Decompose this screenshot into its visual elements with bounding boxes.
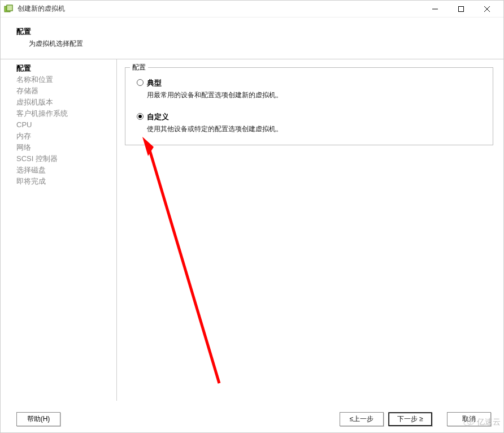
step-configuration[interactable]: 配置 [16, 63, 116, 74]
window-title: 创建新的虚拟机 [18, 4, 422, 14]
close-button[interactable] [474, 1, 500, 18]
next-button[interactable]: 下一步 ≥ [388, 412, 432, 426]
radio-typical[interactable]: 典型 [137, 78, 484, 88]
cancel-button[interactable]: 取消 [447, 412, 491, 426]
page-subtitle: 为虚拟机选择配置 [16, 39, 503, 49]
step-name-location[interactable]: 名称和位置 [16, 74, 116, 85]
radio-custom-desc: 使用其他设备或特定的配置选项创建虚拟机。 [137, 124, 484, 133]
radio-typical-label: 典型 [147, 78, 162, 88]
page-title: 配置 [16, 27, 503, 37]
step-scsi-controller[interactable]: SCSI 控制器 [16, 153, 116, 164]
svg-rect-2 [7, 5, 12, 11]
radio-typical-input[interactable] [137, 79, 144, 86]
radio-custom-input[interactable] [137, 113, 144, 120]
configuration-fieldset: 配置 典型 用最常用的设备和配置选项创建新的虚拟机。 自定义 使用其他设备或特定… [125, 67, 493, 145]
back-button[interactable]: ≤上一步 [340, 412, 384, 426]
step-vm-version[interactable]: 虚拟机版本 [16, 97, 116, 108]
vm-wizard-window: 创建新的虚拟机 配置 为虚拟机选择配置 配置 名称和位置 存储器 虚拟机版本 客… [0, 0, 504, 433]
wizard-header: 配置 为虚拟机选择配置 [1, 18, 503, 59]
window-controls [422, 1, 500, 18]
app-icon [4, 5, 13, 14]
step-storage[interactable]: 存储器 [16, 85, 116, 97]
titlebar: 创建新的虚拟机 [1, 1, 503, 18]
step-ready-complete[interactable]: 即将完成 [16, 176, 116, 187]
maximize-button[interactable] [448, 1, 474, 18]
step-guest-os[interactable]: 客户机操作系统 [16, 108, 116, 119]
step-cpu[interactable]: CPU [16, 119, 116, 131]
step-memory[interactable]: 内存 [16, 131, 116, 142]
wizard-body: 配置 名称和位置 存储器 虚拟机版本 客户机操作系统 CPU 内存 网络 SCS… [1, 59, 503, 401]
radio-custom-label: 自定义 [147, 112, 169, 122]
step-select-disk[interactable]: 选择磁盘 [16, 164, 116, 176]
svg-rect-4 [459, 6, 464, 11]
fieldset-legend: 配置 [130, 63, 148, 72]
wizard-footer: 帮助(H) ≤上一步 下一步 ≥ 取消 [1, 401, 503, 432]
radio-custom[interactable]: 自定义 [137, 112, 484, 122]
wizard-steps: 配置 名称和位置 存储器 虚拟机版本 客户机操作系统 CPU 内存 网络 SCS… [1, 59, 117, 401]
help-button[interactable]: 帮助(H) [16, 412, 60, 426]
wizard-content: 配置 典型 用最常用的设备和配置选项创建新的虚拟机。 自定义 使用其他设备或特定… [117, 59, 503, 401]
step-network[interactable]: 网络 [16, 142, 116, 153]
radio-typical-desc: 用最常用的设备和配置选项创建新的虚拟机。 [137, 90, 484, 99]
minimize-button[interactable] [422, 1, 448, 18]
